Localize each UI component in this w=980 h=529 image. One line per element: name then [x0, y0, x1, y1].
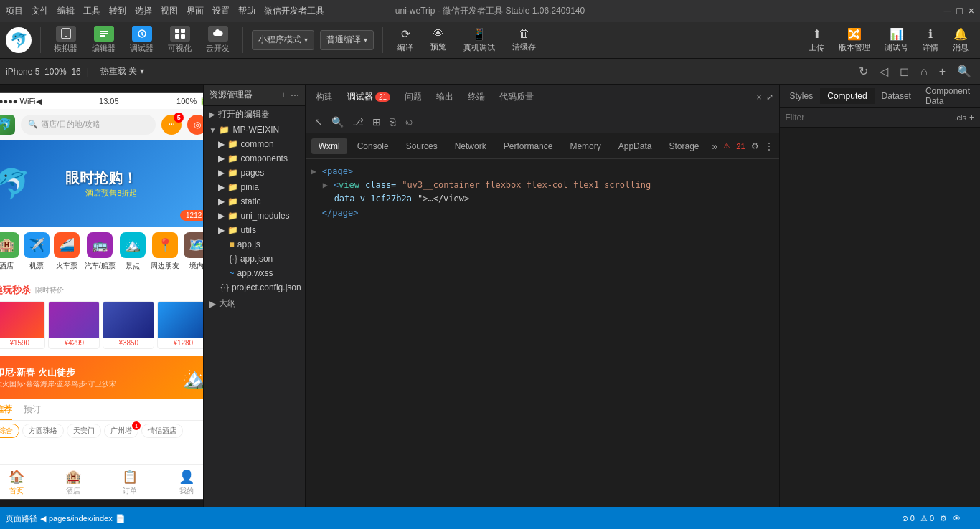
dt-tab-console[interactable]: Console [350, 138, 396, 154]
scan-button[interactable]: ◎ [187, 115, 203, 135]
folder-utils[interactable]: ▶ 📁 utils [204, 223, 305, 237]
devtools-menu-icon[interactable]: ⋮ [765, 141, 773, 151]
filter-3[interactable]: 广州塔 1 [104, 424, 138, 438]
hot-reload-toggle[interactable]: 热重载 关 ▾ [95, 64, 150, 79]
editor-button[interactable]: 编辑器 [88, 23, 120, 57]
folder-components[interactable]: ▶ 📁 components [204, 151, 305, 166]
tab-debugger[interactable]: 调试器 21 [343, 88, 395, 106]
device-selector[interactable]: iPhone 5 100% 16 [6, 67, 81, 77]
wxml-cursor-icon[interactable]: ↖ [311, 115, 326, 129]
outline-section[interactable]: ▶ 大纲 [204, 295, 305, 313]
train-icon-item[interactable]: 🚄 火车票 [54, 232, 80, 271]
nav-order[interactable]: 📋 订单 [122, 469, 138, 496]
scenic-icon-item[interactable]: 🏔️ 景点 [120, 232, 146, 271]
flight-icon-item[interactable]: ✈️ 机票 [24, 232, 50, 271]
menu-goto[interactable]: 转到 [109, 5, 126, 17]
status-eye-icon[interactable]: 👁 [953, 514, 961, 523]
recommend-tab[interactable]: 推荐 [0, 404, 12, 420]
mode-dropdown[interactable]: 小程序模式 ▾ [252, 30, 314, 50]
promo-banner[interactable]: 🐬 眼时抢购！ 酒店预售8折起 1212 [0, 140, 204, 227]
nav-hotel[interactable]: 🏨 酒店 [65, 469, 81, 496]
menu-file[interactable]: 文件 [32, 5, 49, 17]
nearby-icon-item[interactable]: 📍 周边朋友 [151, 232, 179, 271]
filter-cls-button[interactable]: .cls [951, 112, 969, 123]
devtools-close-icon[interactable]: × [757, 92, 762, 103]
filter-2[interactable]: 天安门 [67, 424, 101, 438]
file-appwxss[interactable]: ~ app.wxss [204, 266, 305, 280]
menu-bar[interactable]: 项目 文件 编辑 工具 转到 选择 视图 界面 设置 帮助 微信开发者工具 [6, 5, 324, 17]
devtools-settings-icon[interactable]: ⚙ [751, 141, 759, 151]
bus-icon-item[interactable]: 🚌 汽车/船票 [85, 232, 116, 271]
rotate-icon[interactable]: ↻ [856, 63, 871, 80]
tab-issues[interactable]: 问题 [400, 88, 426, 106]
dt-tab-performance[interactable]: Performance [496, 138, 560, 154]
simulator-button[interactable]: 模拟器 [50, 23, 82, 57]
tab-terminal[interactable]: 终端 [463, 88, 489, 106]
folder-static[interactable]: ▶ 📁 static [204, 194, 305, 209]
tab-styles[interactable]: Styles [783, 88, 821, 104]
tab-build[interactable]: 构建 [311, 88, 337, 106]
flash-item-2[interactable]: ¥4299 [48, 301, 100, 349]
back-icon[interactable]: ◁ [877, 63, 891, 80]
test-button[interactable]: 📊 测试号 [879, 25, 914, 55]
compile-button[interactable]: ⟳ 编译 [392, 25, 419, 55]
upload-button[interactable]: ⬆ 上传 [803, 25, 830, 55]
dt-tab-memory[interactable]: Memory [562, 138, 608, 154]
search-bar[interactable]: 🔍 酒店/目的地/攻略 [21, 115, 156, 135]
tab-dataset[interactable]: Dataset [875, 88, 918, 104]
folder-pinia[interactable]: ▶ 📁 pinia [204, 180, 305, 194]
maximize-button[interactable]: □ [956, 5, 962, 16]
devtools-expand-icon[interactable]: ⤢ [766, 92, 773, 103]
filter-1[interactable]: 方圆珠络 [22, 424, 64, 438]
tab-component-data[interactable]: Component Data [918, 83, 977, 109]
menu-help[interactable]: 帮助 [238, 5, 255, 17]
wxml-copy-icon[interactable]: ⎘ [387, 115, 398, 129]
flash-item-4[interactable]: ¥1280 [157, 301, 203, 349]
tab-computed[interactable]: Computed [820, 88, 874, 104]
file-appjson[interactable]: {·} app.json [204, 252, 305, 266]
file-appjs[interactable]: ■ app.js [204, 237, 305, 252]
close-button[interactable]: × [969, 5, 974, 16]
status-more-icon[interactable]: ⋯ [966, 514, 974, 523]
menu-tools[interactable]: 工具 [83, 5, 100, 17]
devtools-more-button[interactable]: » [709, 138, 720, 155]
clear-cache-button[interactable]: 🗑 清缓存 [507, 25, 542, 54]
add-icon[interactable]: + [936, 64, 948, 80]
cloud-button[interactable]: 云开发 [202, 23, 234, 57]
folder-pages[interactable]: ▶ 📁 pages [204, 166, 305, 180]
booking-tab[interactable]: 预订 [24, 404, 41, 420]
menu-settings[interactable]: 设置 [212, 5, 230, 17]
styles-filter-input[interactable] [786, 113, 952, 123]
menu-edit[interactable]: 编辑 [57, 5, 75, 17]
window-controls[interactable]: ─ □ × [943, 5, 974, 16]
minimize-button[interactable]: ─ [943, 5, 951, 16]
notification-button[interactable]: ··· 5 [161, 115, 182, 135]
dt-tab-wxml[interactable]: Wxml [311, 138, 347, 154]
menu-view[interactable]: 视图 [161, 5, 178, 17]
nav-home[interactable]: 🏠 首页 [9, 469, 24, 496]
project-root[interactable]: ▼ 📁 MP-WEIXIN [204, 123, 305, 137]
wxml-git-icon[interactable]: ⎇ [349, 115, 367, 129]
preview-button[interactable]: 👁 预览 [425, 25, 452, 54]
more-options-icon[interactable]: ⋯ [291, 90, 299, 100]
adventure-banner[interactable]: 印尼·新春 火山徒步 大火国际·墓落海岸·蓝琴鸟步·守卫沙宋 🏔️ [0, 356, 204, 399]
wxml-view-icon[interactable]: ⊞ [369, 115, 384, 129]
new-file-icon[interactable]: + [281, 90, 286, 100]
dt-tab-network[interactable]: Network [448, 138, 494, 154]
message-button[interactable]: 🔔 消息 [947, 25, 974, 55]
version-button[interactable]: 🔀 版本管理 [833, 25, 876, 55]
status-settings-icon[interactable]: ⚙ [940, 514, 947, 523]
tab-quality[interactable]: 代码质量 [495, 88, 538, 106]
file-tree-actions[interactable]: + ⋯ [281, 90, 299, 100]
devtools-controls[interactable]: × ⤢ [757, 92, 773, 103]
border-icon-item[interactable]: 🗺️ 境内 [184, 232, 204, 271]
search-icon[interactable]: 🔍 [954, 63, 974, 80]
real-debug-button[interactable]: 📱 真机调试 [458, 25, 501, 55]
home-icon[interactable]: ⌂ [918, 64, 930, 80]
open-editors-section[interactable]: ▶ 打开的编辑器 [204, 106, 305, 123]
filter-4[interactable]: 情侣酒店 [141, 424, 183, 438]
nav-profile[interactable]: 👤 我的 [179, 469, 194, 496]
dt-tab-sources[interactable]: Sources [399, 138, 445, 154]
dt-tab-appdata[interactable]: AppData [611, 138, 659, 154]
folder-uni-modules[interactable]: ▶ 📁 uni_modules [204, 209, 305, 223]
